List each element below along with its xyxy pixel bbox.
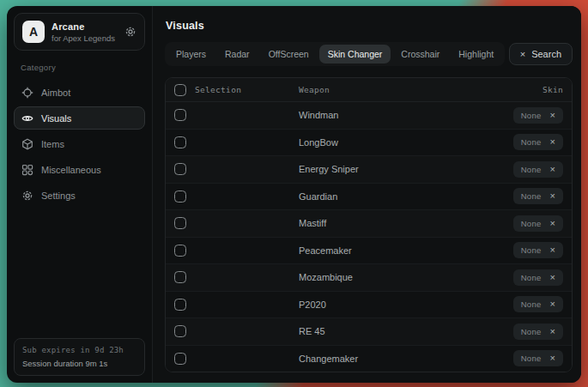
table-row: Changemaker None × (166, 345, 572, 372)
sidebar-item-miscellaneous[interactable]: Miscellaneous (14, 158, 145, 181)
brand-card: A Arcane for Apex Legends (14, 13, 145, 51)
sub-expires-text: Sub expires in 9d 23h (22, 346, 136, 354)
skin-select[interactable]: None × (513, 324, 563, 340)
tabstrip: PlayersRadarOffScreenSkin ChangerCrossha… (165, 42, 505, 66)
weapon-name: Guardian (294, 191, 513, 202)
tab-offscreen[interactable]: OffScreen (260, 45, 318, 63)
skin-value: None (521, 245, 542, 255)
row-checkbox[interactable] (174, 271, 186, 283)
row-checkbox[interactable] (174, 353, 186, 365)
header-skin: Skin (543, 85, 563, 94)
tab-skin-changer[interactable]: Skin Changer (319, 45, 391, 63)
skin-value: None (521, 273, 542, 282)
skin-value: None (521, 327, 542, 336)
table-row: Peacemaker None × (166, 237, 572, 264)
table-row: Guardian None × (166, 183, 572, 210)
clear-skin-icon[interactable]: × (550, 137, 555, 147)
tab-players[interactable]: Players (167, 45, 215, 63)
row-checkbox[interactable] (174, 190, 186, 203)
clear-skin-icon[interactable]: × (550, 354, 555, 363)
skin-value: None (521, 137, 542, 147)
clear-skin-icon[interactable]: × (550, 273, 555, 282)
table-header: Selection Weapon Skin (166, 78, 572, 102)
skin-value: None (521, 111, 542, 120)
sidebar-item-visuals[interactable]: Visuals (14, 106, 145, 130)
tab-crosshair[interactable]: Crosshair (392, 45, 448, 63)
row-checkbox[interactable] (174, 245, 186, 257)
search-button[interactable]: × Search (509, 43, 573, 65)
skin-select[interactable]: None × (513, 242, 563, 258)
select-all-checkbox[interactable] (174, 84, 186, 96)
table-body: Windman None × LongBow None × Energy (166, 102, 572, 372)
row-checkbox[interactable] (174, 163, 186, 175)
skin-value: None (521, 354, 542, 363)
row-checkbox[interactable] (174, 325, 186, 337)
skin-value: None (521, 299, 542, 309)
miscellaneous-icon (21, 164, 33, 176)
header-weapon: Weapon (294, 85, 543, 94)
weapon-name: Windman (294, 110, 513, 120)
sidebar-nav: Aimbot Visuals Items Miscellaneous Setti… (14, 81, 145, 207)
x-icon: × (520, 50, 525, 59)
sidebar: A Arcane for Apex Legends Category Aimbo… (7, 6, 153, 383)
clear-skin-icon[interactable]: × (550, 111, 555, 120)
skin-select[interactable]: None × (513, 161, 563, 178)
sidebar-item-label: Settings (41, 190, 76, 201)
weapon-name: LongBow (294, 137, 513, 148)
category-label: Category (21, 63, 145, 72)
visuals-icon (21, 112, 33, 124)
skin-select[interactable]: None × (513, 188, 563, 204)
settings-icon (21, 190, 33, 202)
items-icon (21, 138, 33, 150)
app-window: A Arcane for Apex Legends Category Aimbo… (7, 6, 581, 383)
skin-value: None (521, 165, 542, 174)
brand-text: Arcane for Apex Legends (52, 21, 118, 43)
tab-radar[interactable]: Radar (216, 45, 258, 63)
search-button-label: Search (531, 49, 561, 59)
toolbar: PlayersRadarOffScreenSkin ChangerCrossha… (165, 42, 573, 66)
weapon-name: Mozambique (294, 272, 513, 282)
row-checkbox[interactable] (174, 136, 186, 148)
skin-select[interactable]: None × (513, 107, 563, 124)
table-row: Energy Sniper None × (166, 155, 572, 183)
sidebar-item-label: Aimbot (41, 88, 70, 98)
skin-select[interactable]: None × (513, 296, 563, 312)
weapon-name: RE 45 (294, 326, 513, 336)
skin-value: None (521, 219, 542, 228)
table-row: LongBow None × (166, 129, 572, 156)
subscription-info: Sub expires in 9d 23h Session duration 9… (14, 338, 145, 376)
clear-skin-icon[interactable]: × (550, 219, 555, 228)
clear-skin-icon[interactable]: × (550, 245, 555, 255)
table-row: Mozambique None × (166, 263, 572, 291)
sidebar-item-settings[interactable]: Settings (14, 184, 145, 207)
clear-skin-icon[interactable]: × (550, 327, 555, 336)
table-row: Windman None × (166, 102, 572, 129)
clear-skin-icon[interactable]: × (550, 165, 555, 174)
table-row: Mastiff None × (166, 209, 572, 237)
page-title: Visuals (166, 20, 573, 32)
clear-skin-icon[interactable]: × (550, 191, 555, 201)
sidebar-item-label: Visuals (41, 113, 71, 124)
sidebar-item-items[interactable]: Items (14, 132, 145, 155)
skin-table: Selection Weapon Skin Windman None × Lon… (165, 77, 573, 372)
skin-select[interactable]: None × (513, 215, 563, 232)
sidebar-item-aimbot[interactable]: Aimbot (14, 81, 145, 104)
row-checkbox[interactable] (174, 299, 186, 311)
clear-skin-icon[interactable]: × (550, 299, 555, 309)
weapon-name: Peacemaker (294, 245, 513, 256)
row-checkbox[interactable] (174, 217, 186, 229)
table-row: RE 45 None × (166, 317, 572, 345)
gear-icon[interactable] (124, 26, 136, 38)
weapon-name: Mastiff (294, 218, 513, 228)
weapon-name: Energy Sniper (294, 164, 513, 174)
main-panel: Visuals PlayersRadarOffScreenSkin Change… (153, 6, 581, 383)
table-row: P2020 None × (166, 291, 572, 318)
tab-highlight[interactable]: Highlight (450, 45, 502, 63)
session-duration-text: Session duration 9m 1s (22, 359, 136, 368)
skin-select[interactable]: None × (513, 269, 563, 286)
skin-select[interactable]: None × (513, 350, 563, 366)
weapon-name: P2020 (294, 299, 513, 310)
sidebar-item-label: Miscellaneous (41, 165, 101, 175)
skin-select[interactable]: None × (513, 134, 563, 150)
row-checkbox[interactable] (174, 109, 186, 121)
